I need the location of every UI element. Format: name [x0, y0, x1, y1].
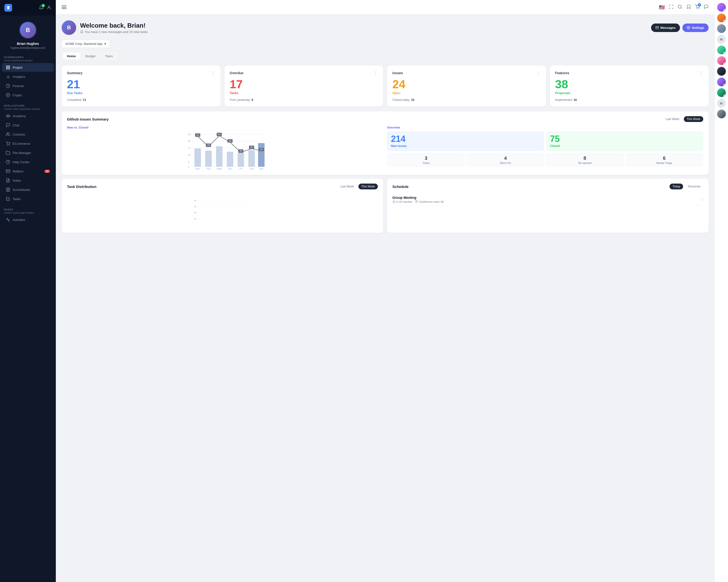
sidebar-item-label: Scrumboard [12, 188, 30, 192]
right-panel-avatar-5[interactable] [717, 56, 726, 65]
right-panel-avatar-9[interactable] [717, 110, 726, 118]
sidebar-item-label: Notes [12, 179, 21, 182]
this-week-button[interactable]: This Week [684, 116, 703, 122]
svg-rect-39 [249, 150, 255, 167]
project-selector[interactable]: ACME Corp. Backend App ▾ [62, 40, 110, 48]
stats-grid: Summary ⋮ 21 Due Tasks Completed: 13 Ove… [62, 65, 709, 107]
stat-menu-icon[interactable]: ⋮ [536, 70, 541, 76]
language-flag[interactable]: 🇺🇸 [659, 4, 665, 10]
fixed-num: 3 [389, 156, 463, 161]
svg-rect-2 [8, 66, 10, 67]
last-week-button[interactable]: Last Week [663, 116, 682, 122]
tab-budget[interactable]: Budget [81, 53, 100, 60]
app-logo[interactable] [4, 4, 12, 11]
settings-button-main[interactable]: Settings [682, 24, 709, 32]
sidebar-item-contacts[interactable]: Contacts [2, 130, 54, 139]
notification-bell[interactable]: 3 [39, 5, 44, 11]
welcome-subtitle-text: You have 2 new messages and 15 new tasks [85, 30, 148, 34]
right-panel-avatar-2[interactable] [717, 13, 726, 22]
wontfix-card: 4 Won't Fix [466, 153, 544, 167]
task-this-week-btn[interactable]: This Week [358, 184, 378, 189]
sidebar-item-finance[interactable]: Finance [2, 82, 54, 90]
sidebar-item-project[interactable]: Project [2, 63, 54, 72]
stat-title: Summary [67, 71, 82, 75]
overview-subtitle: Overview [387, 126, 703, 129]
user-icon[interactable] [47, 5, 51, 11]
settings-btn-label: Settings [692, 26, 704, 30]
menu-toggle[interactable] [62, 6, 67, 9]
sidebar-item-academy[interactable]: Academy [2, 112, 54, 120]
messages-button[interactable] [704, 4, 709, 10]
bookmark-button[interactable] [686, 4, 691, 10]
sidebar-item-helpcenter[interactable]: Help Center › [2, 158, 54, 166]
task-dist-title: Task Distribution [67, 185, 96, 189]
stat-number: 17 [230, 79, 378, 90]
tomorrow-btn[interactable]: Tomorrow [684, 184, 703, 189]
svg-text:Sat: Sat [250, 167, 253, 170]
schedule-arrow-icon[interactable]: › [702, 198, 703, 201]
svg-text:20: 20 [194, 212, 197, 214]
profile-email: hughes.brian@company.com [11, 46, 45, 49]
sidebar-item-crypto[interactable]: Crypto [2, 91, 54, 100]
sidebar-item-chat[interactable]: Chat [2, 121, 54, 130]
applications-label: APPLICATIONS [4, 105, 52, 107]
right-panel-avatar-7[interactable] [717, 78, 726, 86]
schedule-item-details: Group Meeting in 32 minutes Conference r… [392, 196, 444, 203]
closed-label: Closed [550, 144, 700, 148]
search-button[interactable] [678, 4, 682, 10]
svg-rect-40 [258, 143, 265, 167]
task-distribution-card: Task Distribution Last Week This Week 40… [62, 179, 383, 233]
sidebar-item-ecommerce[interactable]: ECommerce › [2, 139, 54, 148]
stat-card-header: Issues ⋮ [392, 70, 541, 76]
pages-section: PAGES Custom made page designs [0, 205, 56, 215]
fullscreen-button[interactable] [669, 4, 674, 10]
tab-team[interactable]: Team [101, 53, 117, 60]
svg-text:Thu: Thu [228, 167, 232, 170]
sidebar-item-scrumboard[interactable]: Scrumboard [2, 185, 54, 194]
svg-rect-34 [194, 148, 201, 167]
welcome-text: Welcome back, Brian! You have 2 new mess… [80, 22, 148, 34]
messages-button-main[interactable]: Messages [651, 24, 680, 32]
notif-badge: 3 [42, 4, 45, 7]
right-panel-avatar-8[interactable] [717, 88, 726, 97]
stat-menu-icon[interactable]: ⋮ [211, 70, 215, 76]
right-panel-avatar-4[interactable] [717, 46, 726, 54]
right-panel-avatar-m2[interactable]: M [717, 99, 726, 108]
svg-rect-3 [8, 68, 10, 69]
sidebar-item-label: Help Center [12, 160, 29, 164]
sidebar-item-analytics[interactable]: Analytics [2, 72, 54, 81]
sidebar-item-label: Academy [12, 114, 26, 118]
stat-label: Open [392, 91, 541, 95]
sidebar-item-tasks[interactable]: Tasks [2, 194, 54, 203]
sidebar-item-activities[interactable]: Activities [2, 215, 54, 224]
sidebar-item-filemanager[interactable]: File Manager [2, 148, 54, 157]
sidebar-item-mailbox[interactable]: Mailbox 27 [2, 167, 54, 175]
svg-text:34: 34 [229, 140, 231, 142]
task-dist-chart: 40 30 20 10 [67, 193, 378, 228]
sidebar-action-icons: 3 [39, 5, 51, 11]
topbar-left [62, 6, 67, 9]
sidebar: 3 B Brian Hughes hughes.brian@company.co… [0, 0, 56, 582]
chart-subtitle: New vs. Closed [67, 126, 383, 129]
right-panel-avatar-1[interactable] [717, 3, 726, 11]
svg-rect-37 [227, 151, 233, 167]
stat-menu-icon[interactable]: ⋮ [373, 70, 378, 76]
right-panel-avatar-6[interactable] [717, 67, 726, 76]
tab-home[interactable]: Home [62, 53, 80, 60]
svg-text:0: 0 [188, 166, 189, 168]
svg-text:36: 36 [188, 140, 191, 142]
cart-button[interactable]: 5 [695, 4, 700, 10]
right-panel-avatar-3[interactable] [717, 24, 726, 33]
svg-rect-35 [205, 150, 212, 167]
stat-card-header: Overdue ⋮ [230, 70, 378, 76]
svg-text:Fri: Fri [239, 167, 242, 170]
right-panel-avatar-m1[interactable]: M [717, 35, 726, 44]
task-last-week-btn[interactable]: Last Week [337, 184, 357, 189]
today-btn[interactable]: Today [670, 184, 683, 189]
applications-section: APPLICATIONS Custom made application des… [0, 102, 56, 111]
stat-menu-icon[interactable]: ⋮ [699, 70, 703, 76]
overview-small-cards: 3 Fixed 4 Won't Fix 8 Re-opened 6 [387, 153, 703, 167]
svg-rect-1 [6, 66, 7, 67]
sidebar-item-notes[interactable]: Notes [2, 176, 54, 185]
overview-area: Overview 214 New Issues 75 Closed [387, 126, 703, 170]
